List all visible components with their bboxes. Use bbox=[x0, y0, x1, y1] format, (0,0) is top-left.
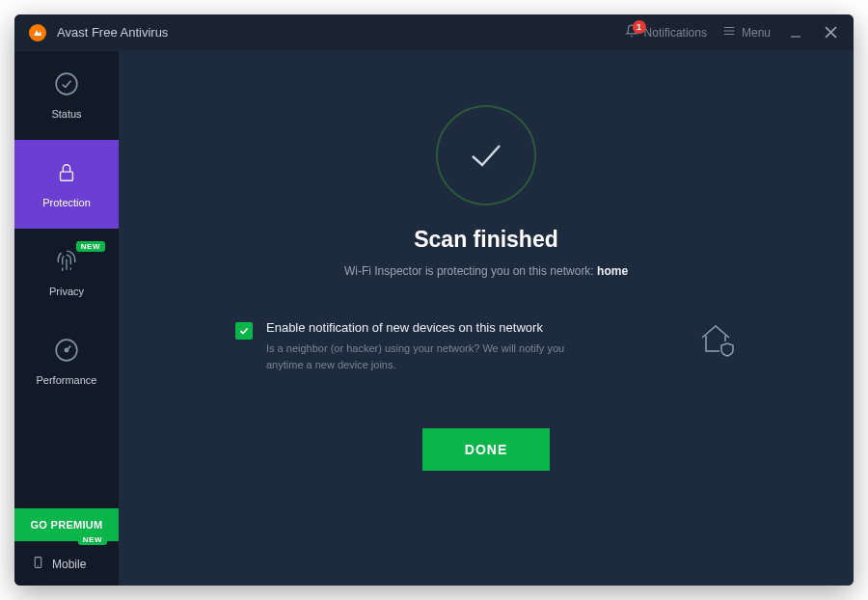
svg-point-10 bbox=[65, 348, 68, 351]
notify-title: Enable notification of new devices on th… bbox=[266, 320, 685, 335]
result-check-circle-icon bbox=[436, 105, 536, 205]
done-button[interactable]: DONE bbox=[422, 428, 550, 471]
svg-rect-8 bbox=[61, 172, 73, 180]
svg-point-7 bbox=[56, 73, 77, 95]
avast-logo-icon bbox=[28, 23, 47, 42]
sidebar-item-label: Protection bbox=[42, 197, 91, 208]
app-title: Avast Free Antivirus bbox=[57, 25, 625, 40]
mobile-label: Mobile bbox=[52, 558, 86, 571]
new-badge: NEW bbox=[78, 534, 107, 545]
notify-description: Is a neighbor (or hacker) using your net… bbox=[266, 341, 584, 372]
scan-subtitle: Wi-Fi Inspector is protecting you on thi… bbox=[344, 264, 628, 278]
notification-badge: 1 bbox=[633, 20, 646, 34]
sidebar-item-label: Status bbox=[51, 108, 81, 120]
sidebar-item-performance[interactable]: Performance bbox=[14, 317, 119, 406]
minimize-button[interactable] bbox=[786, 23, 805, 42]
app-window: Avast Free Antivirus 1 Notifications Men… bbox=[14, 14, 854, 586]
check-circle-icon bbox=[54, 71, 79, 98]
main-content: Scan finished Wi-Fi Inspector is protect… bbox=[119, 51, 854, 586]
notifications-label: Notifications bbox=[644, 26, 707, 40]
menu-button[interactable]: Menu bbox=[722, 24, 771, 41]
sidebar: Status Protection NEW bbox=[14, 51, 119, 586]
scan-finished-title: Scan finished bbox=[414, 227, 558, 253]
done-label: DONE bbox=[465, 442, 507, 457]
notify-new-devices-row: Enable notification of new devices on th… bbox=[235, 320, 737, 372]
scan-subtitle-prefix: Wi-Fi Inspector is protecting you on thi… bbox=[344, 264, 597, 278]
body: Status Protection NEW bbox=[14, 51, 854, 586]
bell-icon: 1 bbox=[625, 24, 638, 41]
sidebar-item-protection[interactable]: Protection bbox=[14, 140, 119, 229]
menu-label: Menu bbox=[742, 26, 771, 40]
titlebar: Avast Free Antivirus 1 Notifications Men… bbox=[14, 14, 854, 51]
sidebar-item-status[interactable]: Status bbox=[14, 51, 119, 140]
sidebar-item-label: Performance bbox=[37, 374, 97, 386]
network-name: home bbox=[597, 264, 628, 278]
new-badge: NEW bbox=[76, 241, 105, 252]
close-button[interactable] bbox=[821, 23, 840, 42]
fingerprint-icon bbox=[54, 249, 79, 276]
home-shield-icon bbox=[698, 322, 737, 361]
sidebar-item-label: Privacy bbox=[49, 286, 84, 297]
sidebar-item-mobile[interactable]: NEW Mobile bbox=[14, 541, 119, 586]
titlebar-actions: 1 Notifications Menu bbox=[625, 23, 840, 42]
hamburger-icon bbox=[722, 24, 736, 41]
gauge-icon bbox=[54, 338, 79, 365]
sidebar-item-privacy[interactable]: NEW Privacy bbox=[14, 229, 119, 317]
notify-checkbox[interactable] bbox=[235, 322, 253, 340]
lock-icon bbox=[56, 160, 77, 187]
notifications-button[interactable]: 1 Notifications bbox=[625, 24, 707, 41]
mobile-icon bbox=[32, 554, 44, 574]
go-premium-label: GO PREMIUM bbox=[30, 519, 102, 531]
